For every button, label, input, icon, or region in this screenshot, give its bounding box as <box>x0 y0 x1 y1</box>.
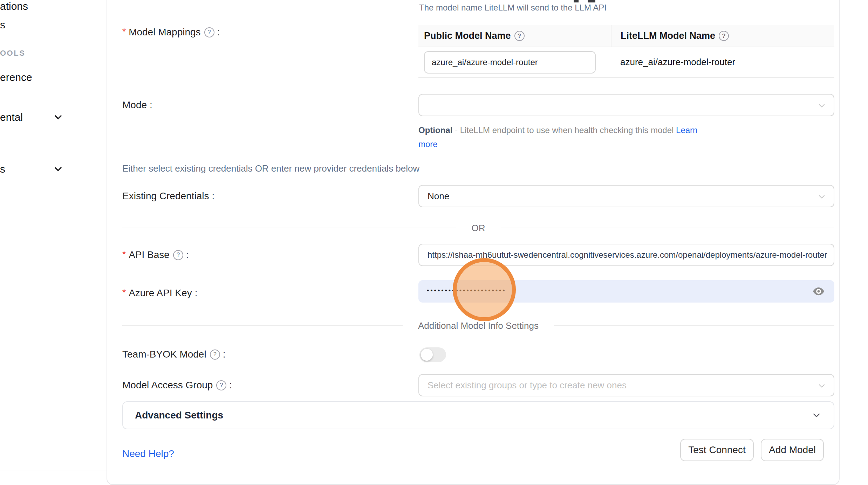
toggle-knob <box>421 349 433 361</box>
add-model-button[interactable]: Add Model <box>761 439 824 461</box>
model-access-group-select[interactable]: Select existing groups or type to create… <box>418 374 834 396</box>
mode-help-text: Optional - LiteLLM endpoint to use when … <box>418 123 709 151</box>
sidebar-divider <box>0 471 107 471</box>
column-header-litellm-model: LiteLLM Model Name ? <box>611 25 834 47</box>
team-byok-label: Team-BYOK Model ? : <box>122 348 225 361</box>
required-asterisk: * <box>122 26 126 37</box>
model-name-hint: The model name LiteLLM will send to the … <box>419 3 607 13</box>
sidebar-item-fragment[interactable]: ental <box>0 111 23 124</box>
api-base-label: * API Base ? : <box>122 249 189 261</box>
model-mappings-label: * Model Mappings ? : <box>122 26 220 39</box>
chevron-down-icon[interactable] <box>53 164 64 175</box>
existing-credentials-label: Existing Credentials : <box>122 190 214 202</box>
azure-api-key-label: * Azure API Key : <box>122 287 197 299</box>
select-placeholder: Select existing groups or type to create… <box>428 380 627 391</box>
test-connect-button[interactable]: Test Connect <box>680 439 754 461</box>
mode-select[interactable] <box>418 94 834 116</box>
or-divider: OR <box>122 221 834 235</box>
sidebar-item-fragment[interactable]: ations <box>0 0 28 13</box>
help-icon[interactable]: ? <box>719 31 729 41</box>
required-asterisk: * <box>122 287 126 298</box>
sidebar-item-fragment[interactable]: s <box>0 163 5 175</box>
sidebar-item-fragment[interactable]: s <box>0 19 5 31</box>
team-byok-toggle[interactable] <box>419 347 446 362</box>
help-icon[interactable]: ? <box>514 31 525 41</box>
chevron-down-icon <box>811 410 822 421</box>
table-header: Public Model Name ? LiteLLM Model Name ? <box>418 25 834 47</box>
chevron-down-icon <box>817 192 827 202</box>
help-icon[interactable]: ? <box>210 349 220 360</box>
table-row: azure_ai/azure-model-router azure_ai/azu… <box>418 47 834 78</box>
add-model-page: ations s OOLS erence ental s The model n… <box>0 0 868 485</box>
clipped-content-above <box>574 0 579 2</box>
required-asterisk: * <box>122 249 126 260</box>
sidebar-item-fragment[interactable]: erence <box>0 71 32 84</box>
advanced-settings-title: Advanced Settings <box>135 410 811 421</box>
help-icon[interactable]: ? <box>204 27 214 37</box>
help-icon[interactable]: ? <box>216 380 226 390</box>
credentials-note: Either select existing credentials OR en… <box>122 163 419 174</box>
column-header-public-model: Public Model Name ? <box>418 25 611 47</box>
existing-credentials-select[interactable]: None <box>418 185 834 207</box>
chevron-down-icon <box>817 101 827 111</box>
chevron-down-icon[interactable] <box>53 112 64 123</box>
public-model-name-input[interactable]: azure_ai/azure-model-router <box>424 51 596 74</box>
model-mappings-table: Public Model Name ? LiteLLM Model Name ?… <box>418 25 834 78</box>
mode-label: Mode : <box>122 99 152 111</box>
chevron-down-icon <box>817 381 827 391</box>
sidebar-section-tools: OOLS <box>0 47 25 60</box>
eye-icon[interactable] <box>812 286 825 297</box>
additional-settings-divider: Additional Model Info Settings <box>122 319 834 333</box>
click-indicator-circle <box>453 258 516 321</box>
help-icon[interactable]: ? <box>173 250 183 260</box>
clipped-content-above <box>588 0 595 2</box>
litellm-model-name-value: azure_ai/azure-model-router <box>620 47 735 77</box>
need-help-link[interactable]: Need Help? <box>122 448 174 459</box>
model-access-group-label: Model Access Group ? : <box>122 379 232 392</box>
advanced-settings-panel[interactable]: Advanced Settings <box>122 401 834 429</box>
